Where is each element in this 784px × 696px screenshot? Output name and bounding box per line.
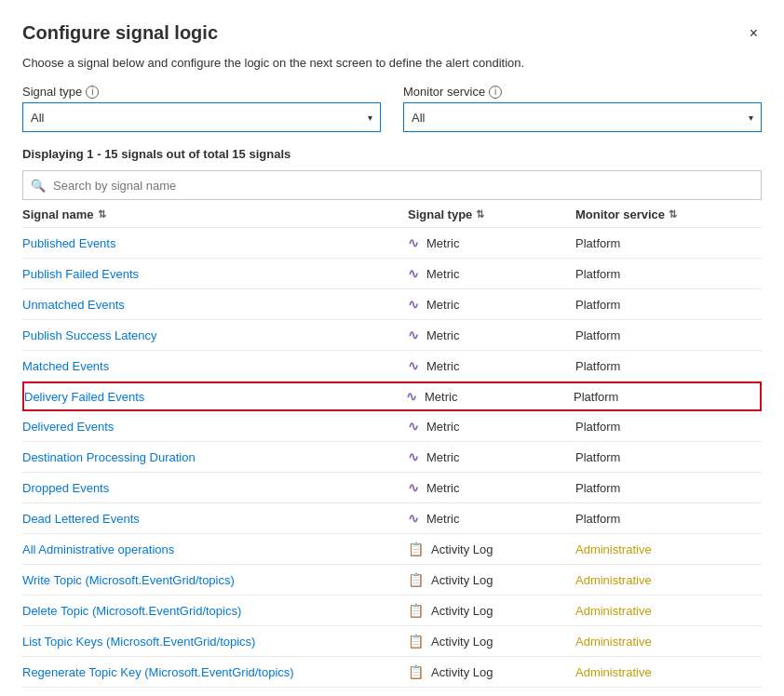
signal-type-value: Activity Log	[431, 573, 493, 587]
activity-log-icon: 📋	[408, 664, 424, 679]
activity-log-icon: 📋	[408, 542, 424, 556]
monitor-service-filter: Monitor service i All ▾	[403, 85, 762, 132]
configure-signal-panel: Configure signal logic × Choose a signal…	[0, 0, 784, 696]
signal-type-value: Metric	[426, 420, 459, 434]
monitor-service-info-icon[interactable]: i	[489, 86, 502, 99]
table-body: Published Events∿MetricPlatformPublish F…	[22, 228, 762, 688]
table-row[interactable]: Publish Failed Events∿MetricPlatform	[22, 259, 762, 289]
search-input[interactable]	[53, 179, 753, 193]
signal-type-value: Activity Log	[431, 665, 493, 679]
signal-name-header: Signal name ⇅	[22, 207, 408, 221]
metric-icon: ∿	[408, 358, 419, 373]
signal-name-link[interactable]: Destination Processing Duration	[22, 450, 196, 464]
table-row[interactable]: Regenerate Topic Key (Microsoft.EventGri…	[22, 657, 762, 688]
signal-type-value: Metric	[426, 236, 459, 250]
signal-name-link[interactable]: Matched Events	[22, 359, 109, 373]
monitor-service-value: Platform	[575, 359, 762, 373]
metric-icon: ∿	[408, 297, 419, 312]
signal-name-link[interactable]: Delete Topic (Microsoft.EventGrid/topics…	[22, 604, 241, 618]
table-row[interactable]: All Administrative operations📋Activity L…	[22, 534, 762, 565]
table-row[interactable]: Delete Topic (Microsoft.EventGrid/topics…	[22, 596, 762, 626]
panel-header: Configure signal logic ×	[22, 22, 762, 45]
signal-type-header: Signal type ⇅	[408, 207, 575, 221]
signal-name-link[interactable]: Dropped Events	[22, 481, 109, 495]
monitor-service-value: Administrative	[575, 573, 762, 587]
signal-name-link[interactable]: Publish Failed Events	[22, 267, 139, 281]
signal-type-value: Metric	[426, 298, 459, 312]
monitor-service-value: Platform	[575, 481, 762, 495]
signal-name-sort-icon[interactable]: ⇅	[98, 208, 106, 221]
monitor-service-chevron-icon: ▾	[749, 113, 753, 123]
table-row[interactable]: Dead Lettered Events∿MetricPlatform	[22, 503, 762, 534]
search-icon: 🔍	[31, 179, 46, 193]
signal-name-link[interactable]: Unmatched Events	[22, 298, 125, 312]
signal-type-value: Metric	[426, 450, 459, 464]
monitor-service-select[interactable]: All ▾	[403, 102, 762, 132]
table-row[interactable]: Publish Success Latency∿MetricPlatform	[22, 320, 762, 351]
monitor-service-value: Platform	[575, 298, 762, 312]
monitor-service-value: Administrative	[575, 542, 762, 556]
panel-description: Choose a signal below and configure the …	[22, 56, 762, 70]
signal-name-link[interactable]: Published Events	[22, 236, 115, 250]
signal-type-value: Metric	[426, 481, 459, 495]
signal-type-select[interactable]: All ▾	[22, 102, 381, 132]
monitor-service-value: Administrative	[575, 635, 762, 649]
signal-type-sort-icon[interactable]: ⇅	[476, 208, 484, 221]
signal-type-value: Metric	[425, 390, 457, 404]
monitor-service-value: Platform	[575, 236, 762, 250]
metric-icon: ∿	[406, 389, 417, 404]
activity-log-icon: 📋	[408, 603, 424, 618]
monitor-service-value: Platform	[575, 328, 762, 342]
signal-name-link[interactable]: All Administrative operations	[22, 542, 174, 556]
table-header: Signal name ⇅ Signal type ⇅ Monitor serv…	[22, 200, 762, 228]
monitor-service-value: Platform	[575, 450, 762, 464]
signal-name-link[interactable]: Dead Lettered Events	[22, 512, 140, 526]
table-row[interactable]: Delivered Events∿MetricPlatform	[22, 411, 762, 442]
signal-type-value: Activity Log	[431, 604, 493, 618]
table-row[interactable]: Unmatched Events∿MetricPlatform	[22, 289, 762, 320]
signal-type-value: Activity Log	[431, 542, 493, 556]
table-row[interactable]: Published Events∿MetricPlatform	[22, 228, 762, 259]
monitor-service-value: Platform	[575, 512, 762, 526]
filters-row: Signal type i All ▾ Monitor service i Al…	[22, 85, 762, 132]
signal-type-info-icon[interactable]: i	[86, 86, 99, 99]
metric-icon: ∿	[408, 328, 419, 342]
table-row[interactable]: Delivery Failed Events∿MetricPlatform	[22, 381, 762, 411]
close-button[interactable]: ×	[746, 22, 762, 45]
metric-icon: ∿	[408, 511, 419, 526]
monitor-service-value: Administrative	[575, 604, 762, 618]
metric-icon: ∿	[408, 480, 419, 495]
monitor-service-label: Monitor service i	[403, 85, 762, 99]
displaying-count: Displaying 1 - 15 signals out of total 1…	[22, 147, 762, 161]
signal-type-label: Signal type i	[22, 85, 381, 99]
signal-name-link[interactable]: Write Topic (Microsoft.EventGrid/topics)	[22, 573, 235, 587]
metric-icon: ∿	[408, 235, 419, 250]
signal-name-link[interactable]: Delivery Failed Events	[24, 390, 144, 404]
signal-type-value: Metric	[426, 512, 459, 526]
table-row[interactable]: List Topic Keys (Microsoft.EventGrid/top…	[22, 626, 762, 657]
signals-table: Signal name ⇅ Signal type ⇅ Monitor serv…	[22, 200, 762, 688]
signal-name-link[interactable]: List Topic Keys (Microsoft.EventGrid/top…	[22, 635, 255, 649]
search-box: 🔍	[22, 170, 762, 200]
signal-type-filter: Signal type i All ▾	[22, 85, 381, 132]
metric-icon: ∿	[408, 419, 419, 434]
signal-type-value: Metric	[426, 267, 459, 281]
signal-name-link[interactable]: Regenerate Topic Key (Microsoft.EventGri…	[22, 665, 294, 679]
activity-log-icon: 📋	[408, 572, 424, 587]
monitor-service-value: Platform	[575, 420, 762, 434]
monitor-service-value: Platform	[574, 390, 760, 404]
monitor-service-header: Monitor service ⇅	[575, 207, 762, 221]
table-row[interactable]: Write Topic (Microsoft.EventGrid/topics)…	[22, 565, 762, 596]
table-row[interactable]: Dropped Events∿MetricPlatform	[22, 473, 762, 503]
monitor-service-value: Platform	[575, 267, 762, 281]
table-row[interactable]: Destination Processing Duration∿MetricPl…	[22, 442, 762, 473]
signal-name-link[interactable]: Delivered Events	[22, 420, 114, 434]
panel-title: Configure signal logic	[22, 22, 218, 44]
monitor-service-value: Administrative	[575, 665, 762, 679]
table-row[interactable]: Matched Events∿MetricPlatform	[22, 351, 762, 381]
signal-type-chevron-icon: ▾	[368, 113, 372, 123]
signal-name-link[interactable]: Publish Success Latency	[22, 328, 157, 342]
signal-type-value: Activity Log	[431, 635, 493, 649]
metric-icon: ∿	[408, 449, 419, 464]
monitor-service-sort-icon[interactable]: ⇅	[669, 208, 677, 221]
